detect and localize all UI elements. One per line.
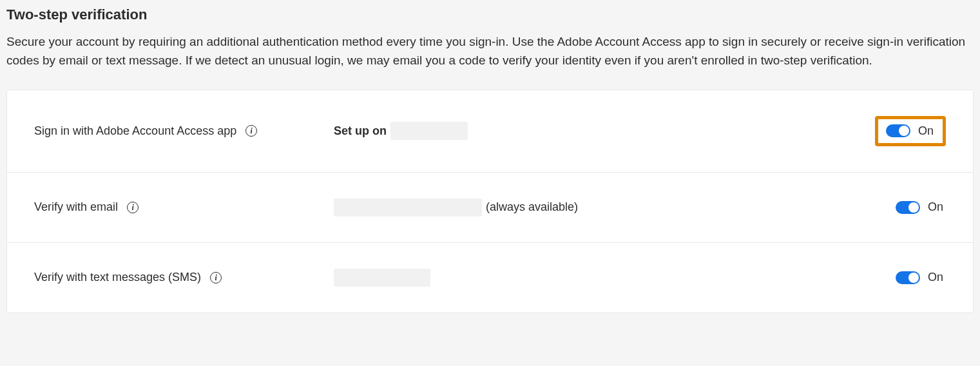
- toggle-state-label: On: [918, 124, 936, 138]
- toggle-state-label: On: [928, 271, 946, 284]
- section-description: Secure your account by requiring an addi…: [6, 32, 973, 70]
- method-detail: Set up on: [334, 122, 875, 140]
- toggle-email[interactable]: [896, 201, 920, 214]
- two-step-methods-panel: Sign in with Adobe Account Access app Se…: [6, 90, 974, 313]
- info-icon[interactable]: [245, 125, 257, 137]
- method-toggle-wrap: On: [875, 116, 946, 146]
- method-toggle-wrap: On: [896, 200, 946, 214]
- redacted-device-name: [390, 122, 468, 140]
- toggle-account-access[interactable]: [886, 124, 910, 137]
- method-label-text: Verify with email: [34, 200, 118, 214]
- method-label: Verify with text messages (SMS): [34, 271, 334, 284]
- always-available-text: (always available): [486, 200, 578, 214]
- method-label-text: Sign in with Adobe Account Access app: [34, 124, 236, 138]
- method-detail: (always available): [334, 198, 896, 217]
- method-label-text: Verify with text messages (SMS): [34, 271, 201, 284]
- toggle-state-label: On: [928, 200, 946, 214]
- info-icon[interactable]: [210, 272, 222, 284]
- setup-on-text: Set up on: [334, 124, 387, 138]
- toggle-sms[interactable]: [896, 271, 920, 284]
- method-row-sms: Verify with text messages (SMS) On: [7, 243, 973, 313]
- redacted-email: [334, 198, 482, 217]
- info-icon[interactable]: [127, 202, 139, 213]
- section-title: Two-step verification: [6, 6, 974, 23]
- method-label: Sign in with Adobe Account Access app: [34, 124, 334, 138]
- method-row-email: Verify with email (always available) On: [7, 173, 973, 243]
- method-detail: [334, 269, 896, 287]
- method-row-account-access: Sign in with Adobe Account Access app Se…: [7, 90, 973, 173]
- method-toggle-wrap: On: [896, 271, 946, 284]
- redacted-phone-number: [334, 269, 430, 287]
- method-label: Verify with email: [34, 200, 334, 214]
- highlighted-toggle-box: On: [875, 116, 946, 146]
